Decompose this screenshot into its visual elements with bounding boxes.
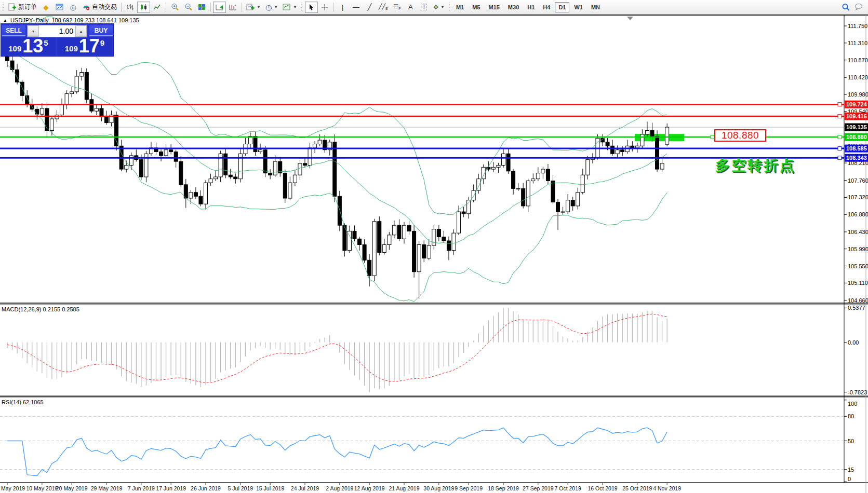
svg-text:May 2019: May 2019: [1, 485, 25, 491]
date-axis: May 201910 May 201920 May 201929 May 201…: [1, 483, 681, 491]
price-annotation-box[interactable]: 108.880: [714, 129, 766, 142]
ohlc-values: 108.692 109.233 108.641 109.135: [51, 17, 139, 23]
svg-text:12 Aug 2019: 12 Aug 2019: [354, 485, 385, 491]
chart-shift-marker[interactable]: [627, 17, 633, 20]
axis-price-label: 108.880: [845, 133, 868, 141]
rsi-line: [7, 428, 667, 476]
svg-text:0: 0: [848, 476, 851, 482]
svg-text:7 Jun 2019: 7 Jun 2019: [128, 485, 155, 491]
rsi-pane[interactable]: [0, 416, 844, 476]
buy-price-big: 17: [79, 38, 100, 54]
volume-input[interactable]: [39, 25, 75, 37]
line-handle[interactable]: [711, 135, 714, 139]
svg-text:80: 80: [848, 413, 854, 419]
svg-text:105.550: 105.550: [848, 263, 868, 269]
rsi-label: RSI(14) 62.1065: [2, 399, 44, 405]
svg-text:0.5377: 0.5377: [848, 305, 865, 311]
svg-text:108.585: 108.585: [846, 145, 867, 152]
svg-text:106.430: 106.430: [848, 229, 868, 235]
svg-text:10 May 2019: 10 May 2019: [26, 485, 58, 491]
one-click-trading-panel: SELL ▼ ▲ BUY 109 13 5 109 17 9: [1, 24, 113, 56]
svg-text:110.420: 110.420: [848, 74, 868, 80]
svg-text:105.990: 105.990: [848, 246, 868, 252]
chart-title: ▲ USDJPY-,Daily 108.692 109.233 108.641 …: [3, 17, 139, 23]
buy-price-pip: 9: [100, 38, 104, 47]
svg-text:100: 100: [848, 401, 857, 407]
chart-canvas[interactable]: 111.750111.310110.870110.420109.980109.5…: [0, 0, 868, 493]
svg-text:108.343: 108.343: [846, 155, 867, 161]
svg-text:107.760: 107.760: [848, 177, 868, 184]
svg-text:104.660: 104.660: [848, 297, 868, 304]
candles-layer: [6, 51, 669, 298]
mt4-terminal: 新订单 ◆ ◎ 自动交易: [0, 0, 868, 493]
collapse-icon[interactable]: ▲: [3, 18, 7, 23]
svg-text:107.320: 107.320: [848, 194, 868, 200]
sell-button[interactable]: SELL: [2, 25, 25, 36]
svg-text:108.880: 108.880: [846, 134, 867, 140]
svg-text:21 Aug 2019: 21 Aug 2019: [389, 485, 420, 491]
svg-text:109.980: 109.980: [848, 91, 868, 98]
line-handle[interactable]: [838, 156, 842, 160]
line-handle[interactable]: [838, 103, 842, 106]
price-annotation-text: 108.880: [722, 130, 759, 141]
svg-text:16 Oct 2019: 16 Oct 2019: [587, 485, 617, 491]
svg-text:9 Sep 2019: 9 Sep 2019: [455, 485, 483, 491]
svg-text:4 Nov 2019: 4 Nov 2019: [653, 485, 681, 491]
bollinger-middle: [7, 51, 667, 244]
axis-price-label: 108.343: [845, 154, 868, 162]
svg-text:109.724: 109.724: [846, 101, 867, 107]
svg-text:25 Oct 2019: 25 Oct 2019: [622, 485, 652, 491]
sell-price-big: 13: [22, 38, 43, 54]
buy-price-prefix: 109: [65, 44, 78, 53]
svg-text:111.750: 111.750: [848, 23, 867, 29]
buy-button[interactable]: BUY: [89, 25, 113, 36]
line-handle[interactable]: [838, 135, 842, 139]
svg-text:7 Oct 2019: 7 Oct 2019: [554, 485, 581, 491]
bollinger-lower: [7, 65, 667, 302]
svg-text:30 Aug 2019: 30 Aug 2019: [423, 485, 454, 491]
svg-text:24 Jul 2019: 24 Jul 2019: [291, 485, 319, 491]
svg-text:15: 15: [848, 467, 854, 473]
svg-text:26 Jun 2019: 26 Jun 2019: [191, 485, 221, 491]
svg-text:109.416: 109.416: [846, 113, 867, 119]
turning-point-label[interactable]: 多空转折点: [715, 156, 796, 175]
price-axis: 111.750111.310110.870110.420109.980109.5…: [844, 23, 868, 482]
axis-price-label: 109.135: [845, 124, 868, 131]
symbol-period-label: USDJPY-,Daily: [10, 17, 49, 23]
svg-text:29 May 2019: 29 May 2019: [91, 485, 123, 491]
svg-text:2 Aug 2019: 2 Aug 2019: [326, 485, 353, 491]
svg-text:20 May 2019: 20 May 2019: [56, 485, 88, 491]
sell-price-prefix: 109: [8, 44, 21, 53]
axis-price-label: 109.724: [845, 101, 868, 108]
svg-text:5 Jul 2019: 5 Jul 2019: [228, 485, 253, 491]
line-handle[interactable]: [838, 115, 842, 118]
svg-text:109.135: 109.135: [846, 124, 867, 130]
macd-pane[interactable]: [7, 308, 667, 392]
line-handle[interactable]: [838, 147, 842, 150]
svg-text:17 Jun 2019: 17 Jun 2019: [156, 485, 186, 491]
svg-text:111.310: 111.310: [848, 40, 867, 46]
axis-price-label: 108.585: [845, 145, 868, 153]
svg-text:0.00: 0.00: [848, 339, 859, 346]
sell-price-pip: 5: [44, 38, 48, 47]
svg-text:-0.7823: -0.7823: [848, 389, 867, 395]
sell-price-tile[interactable]: 109 13 5: [1, 37, 56, 56]
svg-text:15 Jul 2019: 15 Jul 2019: [256, 485, 284, 491]
macd-label: MACD(12,26,9) 0.2155 0.2585: [2, 306, 79, 312]
buy-price-tile[interactable]: 109 17 9: [57, 37, 112, 56]
svg-text:18 Sep 2019: 18 Sep 2019: [488, 485, 519, 491]
svg-text:106.880: 106.880: [848, 211, 868, 217]
svg-text:110.870: 110.870: [848, 57, 868, 63]
axis-price-label: 109.416: [845, 113, 868, 120]
svg-text:105.110: 105.110: [848, 280, 868, 286]
svg-text:50: 50: [848, 438, 854, 444]
svg-text:27 Sep 2019: 27 Sep 2019: [523, 485, 554, 491]
